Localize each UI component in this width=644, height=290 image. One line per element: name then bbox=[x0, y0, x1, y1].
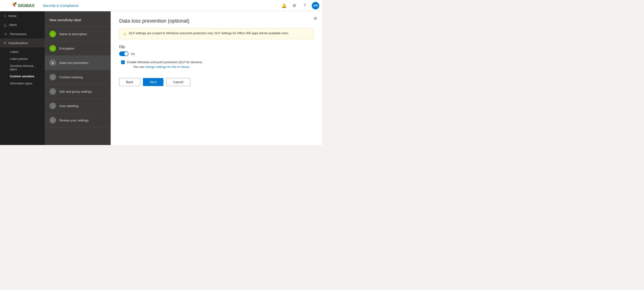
wizard-step-circle-encryption: ✓ bbox=[50, 45, 56, 52]
back-button[interactable]: Back bbox=[119, 78, 140, 86]
wizard-step-label-review: Review your settings bbox=[59, 119, 89, 122]
wizard-step-name-desc[interactable]: ✓ Name & description bbox=[45, 27, 111, 41]
app-title: Security & Compliance bbox=[43, 4, 79, 8]
sidebar-item-classifications[interactable]: ≡ Classifications bbox=[0, 38, 45, 47]
checkbox-row: ✓ Enable Windows end point protection (D… bbox=[121, 60, 314, 69]
sidebar-sub-labels[interactable]: Labels bbox=[0, 48, 45, 55]
page-title: Data loss prevention (optional) bbox=[119, 18, 314, 24]
sidebar-item-permissions-label: Permissions bbox=[10, 32, 26, 36]
sidebar-sub-section: Labels Label policies Sensitive informat… bbox=[0, 48, 45, 87]
dlp-label: Dlp bbox=[119, 45, 314, 49]
svg-text:SIGMAX: SIGMAX bbox=[18, 3, 34, 8]
svg-point-2 bbox=[14, 2, 16, 4]
warning-icon: ⚠ bbox=[123, 32, 126, 36]
sidebar-item-alerts-label: Alerts bbox=[9, 23, 17, 27]
wizard-step-circle-dlp: ● bbox=[50, 59, 56, 66]
wizard-step-label-content-marking: Content marking bbox=[59, 75, 83, 79]
sidebar: ⌂ Home △ Alerts ☺ Permissions ≡ Classifi… bbox=[0, 11, 45, 145]
dlp-toggle[interactable] bbox=[119, 51, 128, 56]
topbar: SIGMAX Security & Compliance 🔔 ⚙ ? AR bbox=[0, 0, 322, 11]
alerts-icon: △ bbox=[4, 23, 6, 27]
wizard-step-label-encryption: Encryption bbox=[59, 47, 74, 50]
checkbox-label: Enable Windows end point protection (DLP… bbox=[127, 60, 202, 65]
help-icon[interactable]: ? bbox=[302, 2, 308, 9]
user-avatar[interactable]: AR bbox=[312, 2, 319, 10]
logo: SIGMAX bbox=[11, 2, 37, 10]
notification-icon[interactable]: 🔔 bbox=[281, 2, 287, 9]
checkbox-sub-text: You can change settings for this in Intu… bbox=[133, 65, 202, 69]
wizard-step-circle-site-group: ○ bbox=[50, 88, 56, 95]
wizard-step-label-auto-labelling: Auto labelling bbox=[59, 104, 78, 108]
sidebar-sub-info-types[interactable]: information types bbox=[0, 80, 45, 87]
button-row: Back Next Cancel bbox=[119, 78, 314, 86]
sidebar-item-home-label: Home bbox=[8, 14, 17, 18]
warning-banner: ⚠ DLP settings are scoped to Windows end… bbox=[119, 28, 314, 39]
sidebar-item-permissions[interactable]: ☺ Permissions bbox=[0, 30, 45, 38]
svg-point-3 bbox=[14, 5, 15, 6]
sigmax-logo: SIGMAX bbox=[11, 2, 37, 10]
toggle-row: On bbox=[119, 51, 314, 56]
wizard-step-circle-content-marking: ○ bbox=[50, 74, 56, 80]
grid-icon bbox=[4, 3, 9, 8]
home-icon: ⌂ bbox=[4, 14, 6, 18]
classifications-icon: ≡ bbox=[4, 41, 6, 45]
wizard-step-review[interactable]: ○ Review your settings bbox=[45, 113, 111, 127]
sidebar-item-home[interactable]: ⌂ Home bbox=[0, 11, 45, 20]
main-content: ✕ Data loss prevention (optional) ⚠ DLP … bbox=[111, 11, 322, 145]
grid-menu-button[interactable] bbox=[3, 2, 10, 9]
settings-icon[interactable]: ⚙ bbox=[291, 2, 298, 9]
wizard-step-dlp[interactable]: ● Data loss prevention bbox=[45, 56, 111, 70]
wizard-step-label-name-desc: Name & description bbox=[59, 32, 87, 36]
wizard-step-auto-labelling[interactable]: ○ Auto labelling bbox=[45, 99, 111, 113]
cancel-button[interactable]: Cancel bbox=[166, 78, 190, 86]
wizard-title: New sensitivity label bbox=[45, 11, 111, 27]
sidebar-item-alerts[interactable]: △ Alerts bbox=[0, 20, 45, 30]
dlp-section: Dlp On ✓ Enable Windows end point protec… bbox=[119, 45, 314, 69]
wizard-step-site-group[interactable]: ○ Site and group settings bbox=[45, 84, 111, 99]
sidebar-sub-custom-sensitive[interactable]: Custom sensitive bbox=[0, 73, 45, 80]
wizard-step-label-site-group: Site and group settings bbox=[59, 90, 92, 93]
sidebar-sub-label-policies[interactable]: Label policies bbox=[0, 55, 45, 62]
wizard-step-circle-name-desc: ✓ bbox=[50, 31, 56, 37]
next-button[interactable]: Next bbox=[143, 78, 164, 86]
intune-link[interactable]: change settings for this in Intune. bbox=[145, 65, 190, 69]
wizard-step-circle-review: ○ bbox=[50, 117, 56, 123]
warning-text: DLP settings are scoped to Windows end p… bbox=[129, 31, 289, 35]
checkbox-check-icon: ✓ bbox=[122, 61, 124, 64]
checkbox-sub-prefix: You can bbox=[133, 65, 145, 69]
wizard-step-encryption[interactable]: ✓ Encryption bbox=[45, 41, 111, 56]
close-button[interactable]: ✕ bbox=[314, 16, 318, 21]
wizard-panel: New sensitivity label ✓ Name & descripti… bbox=[45, 11, 111, 145]
sidebar-sub-sensitive-info[interactable]: Sensitive informat... types bbox=[0, 62, 45, 73]
topbar-right: 🔔 ⚙ ? AR bbox=[281, 2, 319, 10]
sidebar-item-classifications-label: Classifications bbox=[8, 41, 28, 45]
checkbox-label-area: Enable Windows end point protection (DLP… bbox=[127, 60, 202, 69]
dlp-checkbox[interactable]: ✓ bbox=[121, 60, 125, 64]
layout: ⌂ Home △ Alerts ☺ Permissions ≡ Classifi… bbox=[0, 11, 322, 145]
wizard-step-content-marking[interactable]: ○ Content marking bbox=[45, 70, 111, 84]
permissions-icon: ☺ bbox=[4, 32, 8, 36]
wizard-step-circle-auto-labelling: ○ bbox=[50, 103, 56, 109]
toggle-knob bbox=[124, 52, 128, 56]
toggle-state-label: On bbox=[131, 52, 135, 56]
wizard-step-label-dlp: Data loss prevention bbox=[59, 61, 88, 65]
